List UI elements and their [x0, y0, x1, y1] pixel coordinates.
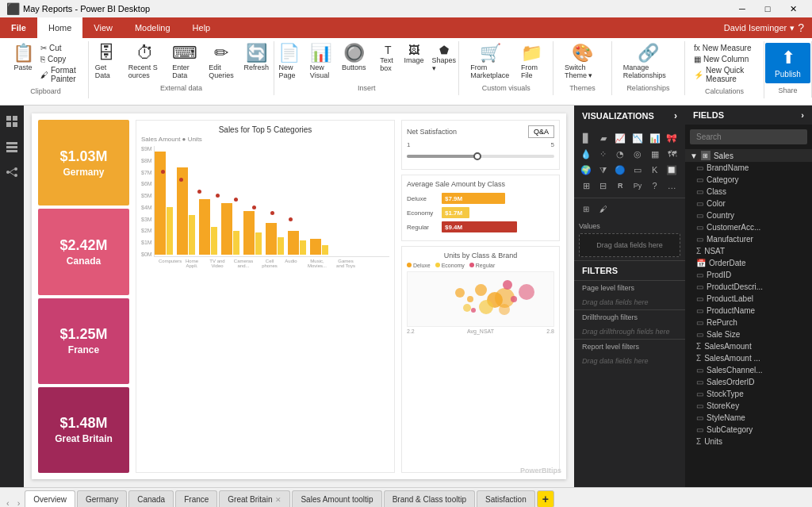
field-country[interactable]: ▭ Country — [685, 209, 812, 221]
field-storekey[interactable]: ▭ StoreKey — [685, 400, 812, 412]
publish-button[interactable]: ⬆ Publish — [765, 43, 810, 83]
marketplace-button[interactable]: 🛒 From Marketplace — [465, 43, 515, 81]
scatter-panel[interactable]: Units by Class & Brand Deluxe Economy Re… — [401, 246, 560, 473]
data-view-icon[interactable] — [2, 137, 21, 156]
great-britain-tile[interactable]: $1.48M Great Britain — [38, 387, 129, 473]
get-data-button[interactable]: 🗄 Get Data — [90, 43, 122, 81]
copy-button[interactable]: ⎘ Copy — [38, 54, 82, 64]
viz-ribbon[interactable]: 🎀 — [665, 131, 679, 145]
viz-stacked-bar[interactable]: ▰ — [596, 131, 611, 145]
tab-canada[interactable]: Canada — [128, 490, 174, 507]
tab-overview[interactable]: Overview — [25, 490, 75, 507]
field-orderdate[interactable]: 📅 OrderDate — [685, 257, 812, 269]
field-stocktype[interactable]: ▭ StockType — [685, 388, 812, 400]
field-subcategory[interactable]: ▭ SubCategory — [685, 424, 812, 436]
viz-matrix[interactable]: ⊟ — [596, 179, 611, 193]
viz-slicer[interactable]: 🔲 — [665, 163, 679, 177]
viz-scatter[interactable]: ⁘ — [596, 147, 611, 161]
tab-nav-next[interactable]: › — [14, 498, 24, 507]
viz-area[interactable]: 📉 — [630, 131, 645, 145]
field-productdescri[interactable]: ▭ ProductDescri... — [685, 281, 812, 293]
viz-bar-chart[interactable]: ▊ — [579, 131, 593, 145]
drillthrough-filters[interactable]: Drillthrough filters — [574, 309, 685, 325]
viz-fields-icon[interactable]: ⊞ — [579, 202, 593, 216]
viz-kpi[interactable]: K — [648, 163, 662, 177]
field-productlabel[interactable]: ▭ ProductLabel — [685, 293, 812, 305]
tab-sales-tooltip[interactable]: Sales Amount tooltip — [292, 490, 381, 507]
viz-card[interactable]: ▭ — [630, 163, 645, 177]
recent-sources-button[interactable]: ⏱ Recent Sources — [124, 43, 166, 81]
buttons-button[interactable]: 🔘 Buttons — [338, 43, 370, 73]
text-box-button[interactable]: T Text box — [377, 43, 399, 73]
manage-relationships-button[interactable]: 🔗 Manage Relationships — [619, 43, 678, 81]
from-file-button[interactable]: 📁 From File — [516, 43, 546, 81]
report-view-icon[interactable] — [2, 112, 21, 131]
fields-search-input[interactable] — [690, 129, 807, 144]
viz-r[interactable]: R — [613, 179, 627, 193]
viz-filled-map[interactable]: 🌍 — [579, 163, 593, 177]
bar-chart-panel[interactable]: Sales for Top 5 Categories Sales Amount … — [136, 120, 395, 473]
minimize-button[interactable]: ─ — [730, 0, 755, 17]
new-visual-button[interactable]: 📊 New Visual — [305, 43, 336, 81]
field-category[interactable]: ▭ Category — [685, 174, 812, 186]
viz-funnel[interactable]: ⧩ — [596, 163, 611, 177]
new-column-button[interactable]: ▦ New Column — [691, 54, 757, 64]
drill-drop[interactable]: Drag drillthrough fields here — [574, 325, 685, 339]
field-salesorderid[interactable]: ▭ SalesOrderID — [685, 376, 812, 388]
field-prodid[interactable]: ▭ ProdID — [685, 269, 812, 281]
help-tab[interactable]: Help — [182, 17, 222, 38]
satisfaction-slider[interactable] — [407, 155, 554, 158]
field-class[interactable]: ▭ Class — [685, 186, 812, 198]
modeling-tab[interactable]: Modeling — [124, 17, 182, 38]
viz-treemap[interactable]: ▦ — [648, 147, 662, 161]
field-salesamount2[interactable]: Σ SalesAmount ... — [685, 352, 812, 364]
viz-donut[interactable]: ◎ — [630, 147, 645, 161]
field-productname[interactable]: ▭ ProductName — [685, 305, 812, 317]
page-level-filters[interactable]: Page level filters — [574, 280, 685, 295]
viz-map[interactable]: 🗺 — [665, 147, 679, 161]
tab-brand-class-tooltip[interactable]: Brand & Class tooltip — [384, 490, 475, 507]
avg-sale-panel[interactable]: Average Sale Amount by Class Deluxe $7.9… — [401, 175, 560, 241]
viz-gauge[interactable]: 🔵 — [613, 163, 627, 177]
image-button[interactable]: 🖼 Image — [401, 43, 427, 65]
shapes-button[interactable]: ⬟ Shapes ▾ — [429, 43, 460, 73]
viz-waterfall[interactable]: 💧 — [579, 147, 593, 161]
new-page-button[interactable]: 📄 New Page — [274, 43, 304, 81]
view-tab[interactable]: View — [82, 17, 124, 38]
report-level-filters[interactable]: Report level filters — [574, 339, 685, 354]
fields-table-sales[interactable]: ▼ ⊞ Sales — [685, 149, 812, 162]
file-tab[interactable]: File — [0, 17, 37, 38]
field-manufacturer[interactable]: ▭ Manufacturer — [685, 233, 812, 245]
field-customer-acc[interactable]: ▭ CustomerAcc... — [685, 221, 812, 233]
maximize-button[interactable]: □ — [755, 0, 780, 17]
germany-tile[interactable]: $1.03M Germany — [38, 120, 129, 205]
add-page-button[interactable]: + — [537, 490, 554, 507]
home-tab[interactable]: Home — [37, 17, 82, 38]
field-repurch[interactable]: ▭ RePurch — [685, 317, 812, 328]
enter-data-button[interactable]: ⌨ Enter Data — [167, 43, 202, 81]
format-painter-button[interactable]: 🖌 Format Painter — [38, 65, 82, 84]
viz-format-icon[interactable]: 🖌 — [596, 202, 611, 216]
canvas[interactable]: $1.03M Germany $2.42M Canada $1.25M Fran… — [32, 113, 566, 479]
canada-tile[interactable]: $2.42M Canada — [38, 209, 129, 294]
france-tile[interactable]: $1.25M France — [38, 298, 129, 384]
report-drop[interactable]: Drag data fields here — [574, 354, 685, 368]
viz-table[interactable]: ⊞ — [579, 179, 593, 193]
edit-queries-button[interactable]: ✏ Edit Queries — [204, 43, 239, 81]
values-drop-zone[interactable]: Drag data fields here — [579, 233, 680, 257]
new-quick-measure-button[interactable]: ⚡ New Quick Measure — [691, 65, 757, 84]
field-salesamount[interactable]: Σ SalesAmount — [685, 340, 812, 352]
field-saleschannel[interactable]: ▭ SalesChannel... — [685, 364, 812, 376]
tab-nav-prev[interactable]: ‹ — [3, 498, 13, 507]
qa-button[interactable]: Q&A — [528, 125, 554, 138]
net-satisfaction-panel[interactable]: Net Satisfaction Q&A 1 5 — [401, 120, 560, 170]
switch-theme-button[interactable]: 🎨 Switch Theme ▾ — [560, 43, 605, 81]
viz-line[interactable]: 📈 — [613, 131, 627, 145]
page-filters-drop[interactable]: Drag data fields here — [574, 295, 685, 309]
relationship-view-icon[interactable] — [2, 163, 21, 182]
new-measure-button[interactable]: fx New Measure — [691, 43, 757, 53]
field-stylename[interactable]: ▭ StyleName — [685, 412, 812, 424]
tab-great-britain-close[interactable]: ✕ — [275, 496, 282, 504]
tab-satisfaction[interactable]: Satisfaction — [477, 490, 535, 507]
cut-button[interactable]: ✂ Cut — [38, 43, 82, 53]
